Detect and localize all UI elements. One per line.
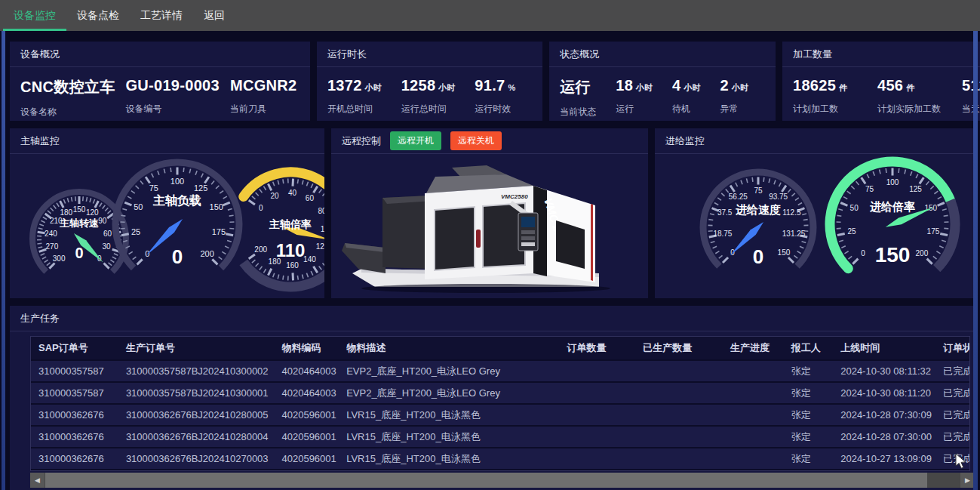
svg-text:20: 20 <box>270 192 279 200</box>
svg-text:160: 160 <box>286 261 299 270</box>
svg-text:0: 0 <box>145 249 149 258</box>
table-cell: 310000362676 <box>31 426 118 448</box>
table-cell: 已完成 <box>935 382 970 404</box>
table-row[interactable]: 310000362676310000362676BJ20241028000540… <box>31 404 970 426</box>
svg-text:120: 120 <box>86 208 99 217</box>
remote-power-on-button[interactable]: 远程开机 <box>390 131 441 150</box>
horizontal-scrollbar[interactable]: ◀ ▶ <box>30 473 975 488</box>
table-cell: 张定 <box>784 404 834 426</box>
stat-unit: 小时 <box>732 83 748 92</box>
column-header: 上线时间 <box>833 337 935 360</box>
remote-power-off-button[interactable]: 远程关机 <box>450 131 502 150</box>
svg-text:进给速度: 进给速度 <box>735 203 781 216</box>
svg-text:131.25: 131.25 <box>782 230 806 238</box>
table-cell: LVR15_底座_HT200_电泳黑色 <box>339 448 559 470</box>
table-cell <box>723 360 784 382</box>
card-title: 状态概况 <box>549 42 776 67</box>
card-runtime: 运行时长 1372小时开机总时间1258小时运行总时间91.7%运行时效 <box>317 42 542 121</box>
table-row[interactable]: 310000362676310000362676BJ20241027000340… <box>31 448 970 470</box>
panel-title: 远程控制 <box>342 134 381 148</box>
stat-item: GU-019-0003设备编号 <box>125 77 219 119</box>
stat-label: 运行总时间 <box>401 103 456 116</box>
svg-text:主轴倍率: 主轴倍率 <box>269 218 312 230</box>
table-cell: 张定 <box>784 448 834 470</box>
table-cell: 310000362676BJ202410270003 <box>118 448 275 470</box>
table-row[interactable]: 310000362676310000362676BJ20241028000440… <box>31 426 970 448</box>
nav-tab-1[interactable]: 设备点检 <box>66 0 130 31</box>
table-cell <box>559 404 635 426</box>
svg-text:75: 75 <box>865 185 874 193</box>
stat-unit: 小时 <box>636 83 653 92</box>
machine-image-area: VMC2580 VMC 2580 <box>331 154 648 297</box>
svg-text:100: 100 <box>171 177 184 186</box>
stat-unit: 小时 <box>684 83 701 92</box>
stat-unit: 件 <box>839 83 847 92</box>
stat-label: 当前刀具 <box>230 103 303 116</box>
tasks-table-wrap: SAP订单号生产订单号物料编码物料描述订单数量已生产数量生产进度报工人上线时间订… <box>30 336 970 471</box>
nav-tab-0[interactable]: 设备监控 <box>3 0 66 31</box>
stat-label: 计划加工数 <box>793 103 858 116</box>
table-cell: 张定 <box>784 360 834 382</box>
table-cell: EVP2_底座_HT200_电泳LEO Grey <box>339 360 559 382</box>
stat-item: 4小时待机 <box>672 77 700 119</box>
table-cell: 张定 <box>784 382 834 404</box>
table-header-row: SAP订单号生产订单号物料编码物料描述订单数量已生产数量生产进度报工人上线时间订… <box>31 337 970 360</box>
panel-spindle-monitor: 主轴监控 0306090120150180210240270300主轴转速002… <box>10 128 324 298</box>
panel-title-row: 远程控制 远程开机 远程关机 <box>331 128 648 154</box>
table-cell <box>635 426 723 448</box>
column-header: 已生产数量 <box>635 337 723 360</box>
stat-value: CNC数控立车 <box>20 79 115 95</box>
stat-item: 2小时异常 <box>720 77 748 119</box>
table-cell <box>559 426 635 448</box>
table-cell: 310000357587 <box>31 360 118 382</box>
table-cell <box>635 404 723 426</box>
panel-production-tasks: 生产任务 SAP订单号生产订单号物料编码物料描述订单数量已生产数量生产进度报工人… <box>10 306 975 490</box>
svg-text:150: 150 <box>875 243 911 267</box>
card-title: 设备概况 <box>10 42 310 67</box>
table-row[interactable]: 310000357587310000357587BJ20241030000240… <box>31 360 970 382</box>
stat-item: MCGNR2当前刀具 <box>230 77 303 119</box>
stat-label: 异常 <box>720 103 748 116</box>
svg-text:90: 90 <box>98 217 107 225</box>
spindle-gauges-chart: 0306090120150180210240270300主轴转速00255075… <box>10 154 324 297</box>
scrollbar-thumb[interactable] <box>45 473 927 488</box>
svg-text:200: 200 <box>254 245 267 254</box>
stat-value: GU-019-0003 <box>125 77 219 94</box>
svg-text:主轴负载: 主轴负载 <box>152 193 201 207</box>
card-status-overview: 状态概况 运行当前状态18小时运行4小时待机2小时异常 <box>549 42 776 121</box>
gauge-feed_override: 0255075100125150175200进给倍率150 <box>830 162 955 269</box>
table-cell: 2024-10-28 07:30:09 <box>833 404 935 426</box>
table-cell: 已完成 <box>935 448 970 470</box>
svg-text:40: 40 <box>288 189 297 197</box>
svg-text:150: 150 <box>210 202 223 211</box>
table-cell: 4020596001 <box>274 448 339 470</box>
table-cell: 已完成 <box>935 360 970 382</box>
panel-feed-monitor: 进给监控 018.7537.556.257593.75112.5131.2515… <box>655 128 975 298</box>
svg-text:120: 120 <box>316 242 324 251</box>
column-header: 报工人 <box>784 337 834 360</box>
stat-cards-row: 设备概况 CNC数控立车设备名称GU-019-0003设备编号MCGNR2当前刀… <box>10 42 975 121</box>
svg-text:25: 25 <box>131 227 140 236</box>
svg-text:112.5: 112.5 <box>782 208 801 217</box>
table-cell <box>559 360 635 382</box>
stat-label: 计划实际加工数 <box>877 103 942 116</box>
top-nav: 设备监控设备点检工艺详情返回 <box>0 0 980 31</box>
table-cell <box>723 448 784 470</box>
stat-unit: 小时 <box>365 83 382 92</box>
table-cell: 2024-10-30 08:11:32 <box>833 360 935 382</box>
svg-text:200: 200 <box>916 249 929 257</box>
gauge-spindle_load: 0255075100125150175200主轴负载0 <box>115 162 239 268</box>
svg-text:80: 80 <box>318 207 324 215</box>
svg-text:30: 30 <box>103 242 112 251</box>
card-machining-quantity: 加工数量 18625件计划加工数456件计划实际加工数512件当天加工数 <box>782 42 980 121</box>
nav-tab-3[interactable]: 返回 <box>193 0 235 31</box>
table-cell: LVR15_底座_HT200_电泳黑色 <box>339 426 559 448</box>
svg-text:150: 150 <box>778 248 791 257</box>
stat-label: 当前状态 <box>560 106 596 119</box>
scroll-left-button[interactable]: ◀ <box>30 473 45 488</box>
nav-tab-2[interactable]: 工艺详情 <box>130 0 193 31</box>
svg-text:200: 200 <box>200 249 214 258</box>
svg-text:125: 125 <box>909 185 922 193</box>
feed-gauges-chart: 018.7537.556.257593.75112.5131.25150进给速度… <box>655 154 973 297</box>
table-row[interactable]: 310000357587310000357587BJ20241030000140… <box>31 382 970 404</box>
